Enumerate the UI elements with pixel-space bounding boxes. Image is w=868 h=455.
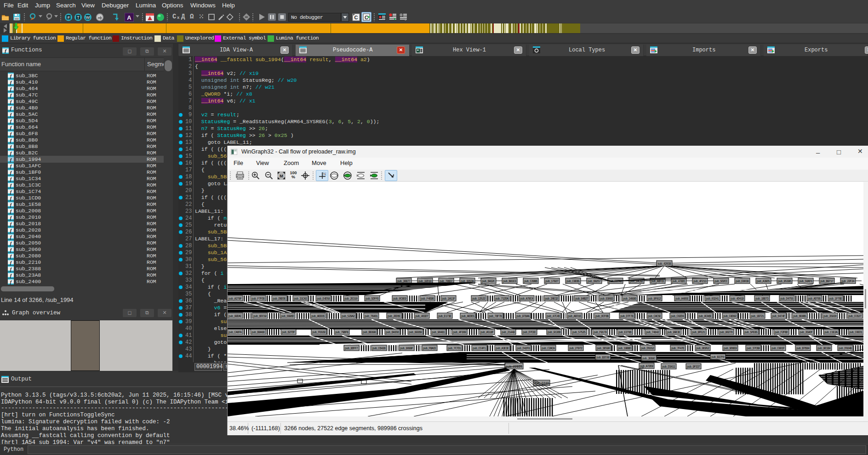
svg-text:pub_0C8E9: pub_0C8E9 (393, 297, 406, 301)
svg-text:pub_0474F: pub_0474F (772, 315, 785, 318)
svg-text:pub_C8EB5: pub_C8EB5 (566, 280, 580, 283)
svg-text:pub_A6FCE: pub_A6FCE (651, 280, 664, 283)
svg-text:pub_1A11F: pub_1A11F (442, 297, 455, 301)
svg-text:pub_6A356: pub_6A356 (386, 331, 399, 334)
svg-text:pub_E8038: pub_E8038 (736, 280, 749, 283)
svg-text:pub_5DFF6: pub_5DFF6 (365, 297, 379, 301)
svg-text:pub_35930: pub_35930 (823, 315, 837, 318)
svg-text:pub_21449: pub_21449 (502, 331, 515, 334)
svg-text:pub_0996D: pub_0996D (281, 315, 294, 318)
svg-text:pub_1B721: pub_1B721 (751, 315, 764, 318)
svg-text:pub_47C46: pub_47C46 (547, 315, 560, 318)
svg-text:pub_7F47E: pub_7F47E (671, 347, 685, 350)
svg-text:pub_5FE85: pub_5FE85 (744, 331, 758, 334)
svg-text:pub_B2C08: pub_B2C08 (596, 356, 610, 359)
svg-text:pub_C02D4: pub_C02D4 (671, 315, 684, 318)
svg-text:pub_0CF0B: pub_0CF0B (595, 315, 609, 318)
svg-text:pub_529A2: pub_529A2 (342, 315, 355, 318)
svg-text:pub_57525: pub_57525 (572, 331, 586, 334)
svg-text:pub_6A32C: pub_6A32C (482, 280, 495, 283)
svg-text:pub_C801F: pub_C801F (771, 347, 785, 350)
svg-text:pub_C6428: pub_C6428 (372, 347, 386, 350)
svg-text:pub_22F24: pub_22F24 (841, 280, 855, 283)
svg-text:pub_A278F: pub_A278F (228, 297, 242, 301)
svg-text:pub_30877: pub_30877 (397, 280, 411, 283)
svg-text:pub_F2FBD: pub_F2FBD (775, 331, 788, 334)
svg-text:pub_03241: pub_03241 (706, 297, 719, 301)
svg-text:pub_E9093: pub_E9093 (600, 297, 613, 301)
svg-text:C: C (354, 15, 358, 20)
svg-text:pub_8DFF7: pub_8DFF7 (345, 347, 358, 350)
svg-text:pub_1B673: pub_1B673 (755, 297, 769, 301)
svg-text:pub_91366: pub_91366 (548, 331, 561, 334)
svg-text:pub_37CB9: pub_37CB9 (747, 347, 760, 350)
svg-text:sub_42038: sub_42038 (657, 262, 671, 266)
svg-text:pub_D4755: pub_D4755 (780, 297, 794, 301)
svg-text:pub_B7684: pub_B7684 (796, 347, 810, 350)
svg-text:pub_C2ACA: pub_C2ACA (542, 347, 555, 350)
svg-text:pub_FE029: pub_FE029 (312, 331, 326, 334)
svg-text:pub_B37F0: pub_B37F0 (711, 356, 725, 359)
svg-text:pub_2E310: pub_2E310 (344, 297, 358, 301)
svg-text:pub_AEEE6: pub_AEEE6 (311, 315, 325, 318)
svg-text:pub_478DC: pub_478DC (672, 280, 685, 283)
svg-text:pub_8F812: pub_8F812 (648, 297, 661, 301)
svg-text:pub_50AF0: pub_50AF0 (799, 280, 812, 283)
svg-text:pub_CC627: pub_CC627 (848, 315, 862, 318)
svg-text:pub_A518F: pub_A518F (480, 331, 494, 334)
svg-text:pub_5D2CC: pub_5D2CC (714, 280, 728, 283)
svg-text:pub_CC4F1: pub_CC4F1 (473, 347, 486, 350)
svg-text:pub_E2786: pub_E2786 (618, 331, 632, 334)
svg-text:pub_C87A1: pub_C87A1 (609, 280, 622, 283)
svg-text:T: T (77, 15, 80, 20)
svg-text:pub_19BBD: pub_19BBD (618, 347, 631, 350)
svg-text:pub_6DC59: pub_6DC59 (253, 315, 267, 318)
svg-text:pub_0E952: pub_0E952 (696, 347, 709, 350)
svg-text:pub_4F213: pub_4F213 (693, 280, 707, 283)
svg-text:pub_F9179: pub_F9179 (594, 331, 607, 334)
svg-text:pub_3E590: pub_3E590 (597, 347, 610, 350)
svg-text:pub_34896: pub_34896 (623, 297, 636, 301)
svg-text:pub_A485E: pub_A485E (675, 297, 689, 301)
svg-text:pub_1F76E: pub_1F76E (829, 297, 842, 301)
svg-text:pub_B9717: pub_B9717 (820, 280, 834, 283)
svg-text:pub_8099F: pub_8099F (400, 347, 413, 350)
svg-text:pub_F4696: pub_F4696 (421, 297, 434, 301)
svg-text:A: A (127, 14, 131, 21)
svg-text:pub_FBACE: pub_FBACE (423, 347, 436, 350)
svg-text:pub_AEDE5: pub_AEDE5 (461, 315, 474, 318)
svg-text:pub_A39D5: pub_A39D5 (757, 280, 770, 283)
svg-text:pub_74842: pub_74842 (646, 331, 659, 334)
svg-text:pub_D3411: pub_D3411 (662, 365, 675, 369)
svg-text:pub_12522: pub_12522 (472, 297, 485, 301)
svg-text:pub_E4D58: pub_E4D58 (317, 297, 330, 301)
svg-text:pub_BE898: pub_BE898 (363, 331, 376, 334)
svg-text:N: N (323, 172, 326, 176)
svg-text:pub_712DA: pub_712DA (495, 297, 508, 301)
svg-text:pub_C8D82: pub_C8D82 (723, 315, 737, 318)
svg-text:pub_27972: pub_27972 (569, 347, 582, 350)
svg-text:pub_76401: pub_76401 (365, 315, 378, 318)
svg-text:pub_A3E3E: pub_A3E3E (496, 347, 509, 350)
svg-text:pub_A72E9: pub_A72E9 (640, 365, 653, 368)
svg-text:pub_D7F78: pub_D7F78 (620, 315, 634, 318)
svg-text:pub_CAC5E: pub_CAC5E (648, 315, 661, 318)
svg-text:pub_D5552: pub_D5552 (641, 347, 654, 350)
svg-text:pub_AED16: pub_AED16 (568, 315, 581, 318)
svg-text:pub_8FE21: pub_8FE21 (692, 331, 705, 334)
svg-text:pub_A78C4: pub_A78C4 (520, 297, 533, 301)
svg-text:pub_85396: pub_85396 (778, 280, 791, 283)
svg-text:pub_9F337: pub_9F337 (687, 365, 700, 369)
svg-text:pub_78F78: pub_78F78 (489, 315, 502, 318)
svg-text:pub_35ADF: pub_35ADF (799, 331, 813, 334)
svg-text:pub_80270: pub_80270 (720, 331, 733, 334)
svg-text:pub_2ED6C: pub_2ED6C (388, 315, 401, 318)
svg-text:pub_6E8B5: pub_6E8B5 (793, 315, 806, 318)
svg-text:C: C (365, 15, 368, 20)
svg-text:pub_C0ED1: pub_C0ED1 (849, 331, 862, 334)
svg-text:pub_403D7: pub_403D7 (415, 315, 428, 318)
svg-text:W: W (86, 15, 90, 20)
svg-text:#: # (67, 15, 69, 20)
svg-text:pub_9D8E9: pub_9D8E9 (724, 347, 737, 350)
svg-text:pub_9E1B4: pub_9E1B4 (817, 347, 831, 350)
